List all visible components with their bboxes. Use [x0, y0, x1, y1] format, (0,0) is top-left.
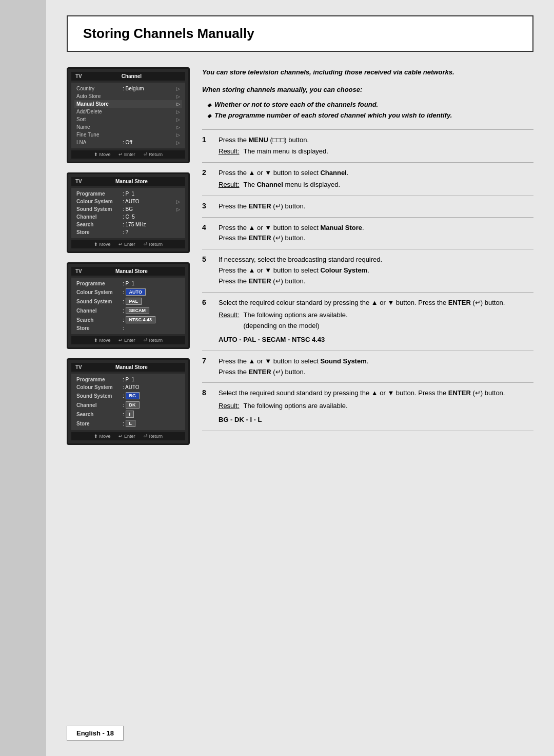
menu-title-2: Manual Store [82, 179, 181, 184]
tv-row: Search : NTSC 4.43 [74, 315, 182, 324]
sound-option-i: I [126, 411, 134, 418]
tv-row-selected: Manual Store ▷ [74, 100, 182, 108]
tv-row: Store : [74, 324, 182, 332]
tv-row: Programme : P 1 [74, 190, 182, 198]
colour-option-secam: SECAM [126, 307, 150, 314]
step-number: 2 [202, 168, 212, 190]
step-number: 1 [202, 135, 212, 158]
left-sidebar [0, 0, 46, 756]
step-6: 6 Select the required colour standard by… [202, 292, 533, 351]
step-number: 4 [202, 223, 212, 244]
tv-row: Channel : DK [74, 400, 182, 410]
tv-label-2: TV [75, 179, 82, 184]
tv-footer-4: ⬆ Move ↵ Enter ⏎ Return [71, 432, 185, 440]
sound-option-bg: BG [126, 392, 140, 399]
step-number: 3 [202, 201, 212, 212]
tv-footer-1: ⬆ Move ↵ Enter ⏎ Return [71, 150, 185, 159]
bullet-item: The programme number of each stored chan… [207, 110, 533, 121]
step-number: 7 [202, 356, 212, 378]
tv-label-3: TV [75, 268, 82, 274]
step-3: 3 Press the ENTER (↵) button. [202, 196, 533, 217]
two-column-layout: TV Channel Country : Belgium ▷ Auto Stor… [67, 67, 533, 445]
page-footer: English - 18 [67, 726, 124, 741]
tv-label-1: TV [75, 73, 82, 79]
title-box: Storing Channels Manually [67, 15, 533, 52]
main-content: Storing Channels Manually TV Channel Cou… [46, 0, 554, 756]
result-text: The following options are available. [243, 401, 347, 412]
result-label: Result: [219, 401, 239, 412]
tv-row: Sound System : BG [74, 391, 182, 400]
tv-row: Sort ▷ [74, 115, 182, 123]
step-content: Select the required colour standard by p… [219, 298, 533, 345]
tv-row: Country : Belgium ▷ [74, 85, 182, 92]
colour-options: AUTO - PAL - SECAM - NTSC 4.43 [219, 335, 533, 345]
tv-row: Programme : P 1 [74, 376, 182, 383]
step-4: 4 Press the ▲ or ▼ button to select Manu… [202, 217, 533, 249]
tv-footer-2: ⬆ Move ↵ Enter ⏎ Return [71, 240, 185, 248]
step-number: 8 [202, 388, 212, 425]
step-7: 7 Press the ▲ or ▼ button to select Soun… [202, 351, 533, 383]
tv-body-1: Country : Belgium ▷ Auto Store ▷ Manual … [71, 83, 185, 148]
result-text: The following options are available.(dep… [243, 310, 347, 332]
result-text: The Channel menu is displayed. [243, 180, 340, 190]
step-content: Select the required sound standard by pr… [219, 388, 533, 425]
sound-option-dk: DK [126, 401, 140, 409]
step-content: If necessary, select the broadcasting st… [219, 255, 533, 286]
result-label: Result: [219, 310, 239, 332]
tv-row: Channel : C 5 [74, 213, 182, 221]
menu-title-3: Manual Store [82, 268, 181, 274]
tv-row: Fine Tune ▷ [74, 131, 182, 139]
step-2: 2 Press the ▲ or ▼ button to select Chan… [202, 162, 533, 196]
tv-body-3: Programme : P 1 Colour System : AUTO Sou… [71, 278, 185, 334]
intro-text: You can store television channels, inclu… [202, 67, 533, 77]
colour-option-pal: PAL [126, 298, 142, 305]
tv-header-3: TV Manual Store [71, 267, 185, 276]
step-number: 5 [202, 255, 212, 286]
tv-row: Programme : P 1 [74, 280, 182, 287]
bullet-item: Whether or not to store each of the chan… [207, 100, 533, 110]
step-content: Press the MENU (□□□) button. Result: The… [219, 135, 533, 158]
tv-header-2: TV Manual Store [71, 177, 185, 186]
tv-row: Auto Store ▷ [74, 92, 182, 100]
tv-label-4: TV [75, 364, 82, 370]
result-label: Result: [219, 146, 239, 157]
tv-row: Colour System : AUTO ▷ [74, 198, 182, 205]
step-5: 5 If necessary, select the broadcasting … [202, 249, 533, 292]
tv-body-2: Programme : P 1 Colour System : AUTO ▷ S… [71, 188, 185, 238]
step-1: 1 Press the MENU (□□□) button. Result: T… [202, 129, 533, 163]
step-content: Press the ▲ or ▼ button to select Channe… [219, 168, 533, 190]
tv-screen-4: TV Manual Store Programme : P 1 Colour S… [67, 358, 190, 445]
instructions-column: You can store television channels, inclu… [202, 67, 533, 445]
tv-row: Channel : SECAM [74, 306, 182, 315]
menu-title-1: Channel [82, 73, 181, 79]
tv-header-1: TV Channel [71, 72, 185, 81]
tv-screen-3: TV Manual Store Programme : P 1 Colour S… [67, 262, 190, 349]
tv-row: LNA : Off ▷ [74, 139, 182, 146]
tv-footer-3: ⬆ Move ↵ Enter ⏎ Return [71, 336, 185, 344]
tv-row: Colour System : AUTO [74, 383, 182, 391]
tv-row: Store : L [74, 419, 182, 428]
steps-list: 1 Press the MENU (□□□) button. Result: T… [202, 129, 533, 431]
tv-screen-1: TV Channel Country : Belgium ▷ Auto Stor… [67, 67, 190, 163]
page-number: English - 18 [76, 729, 114, 737]
tv-row: Store : ? [74, 228, 182, 236]
tv-row: Sound System : PAL [74, 297, 182, 306]
colour-option-auto: AUTO [126, 288, 146, 296]
tv-row: Add/Delete ▷ [74, 108, 182, 115]
sound-option-l: L [126, 420, 136, 427]
tv-header-4: TV Manual Store [71, 363, 185, 372]
step-number: 6 [202, 298, 212, 345]
result-text: The main menu is displayed. [243, 146, 328, 157]
step-content: Press the ▲ or ▼ button to select Manual… [219, 223, 533, 244]
step-content: Press the ▲ or ▼ button to select Sound … [219, 356, 533, 378]
subheading-text: When storing channels manually, you can … [202, 85, 533, 95]
screens-column: TV Channel Country : Belgium ▷ Auto Stor… [67, 67, 190, 445]
tv-row: Sound System : BG ▷ [74, 205, 182, 213]
menu-title-4: Manual Store [82, 364, 181, 370]
step-content: Press the ENTER (↵) button. [219, 201, 533, 212]
tv-row: Name ▷ [74, 123, 182, 131]
page-title: Storing Channels Manually [83, 26, 517, 42]
step-8: 8 Select the required sound standard by … [202, 382, 533, 431]
tv-screen-2: TV Manual Store Programme : P 1 Colour S… [67, 172, 190, 253]
tv-row: Search : 175 MHz [74, 221, 182, 228]
